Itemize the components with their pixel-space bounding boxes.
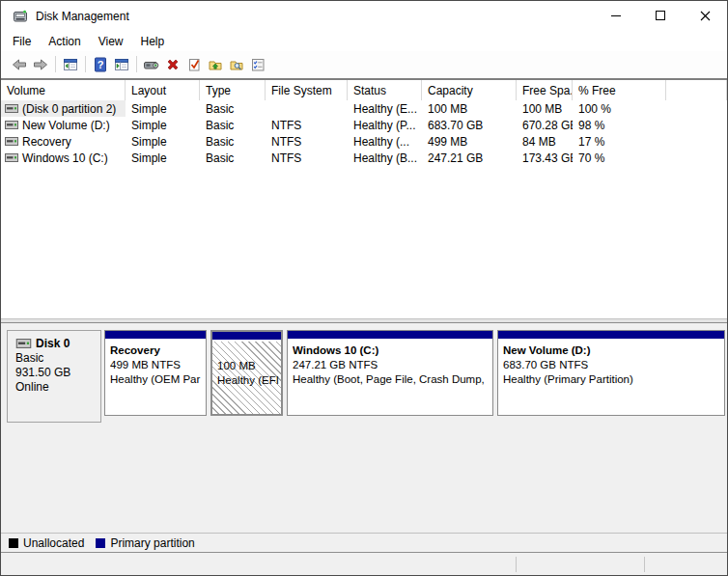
volume-row-new-volume-d[interactable]: New Volume (D:) Simple Basic NTFS Health… [1, 117, 727, 133]
partition-windows-10-c[interactable]: Windows 10 (C:) 247.21 GB NTFS Healthy (… [287, 330, 493, 416]
cell-layout: Simple [126, 151, 200, 165]
app-disk-icon [12, 9, 29, 24]
column-header-capacity[interactable]: Capacity [422, 80, 517, 100]
svg-text:?: ? [98, 59, 104, 70]
cell-free-space: 670.28 GB [517, 119, 573, 132]
menu-help[interactable]: Help [132, 33, 174, 50]
cell-free-space: 173.43 GB [517, 151, 573, 165]
help-button[interactable]: ? [90, 54, 111, 75]
forward-button[interactable] [30, 54, 51, 75]
legend-item-primary-partition: Primary partition [96, 536, 194, 550]
explore-button[interactable] [226, 54, 247, 75]
mark-partition-active-icon [186, 57, 202, 72]
partition-status: Healthy (Boot, Page File, Crash Dump, [293, 372, 492, 387]
column-header-empty [666, 80, 727, 100]
titlebar: Disk Management [1, 1, 727, 31]
toolbar-separator [136, 56, 137, 72]
cell-layout: Simple [126, 102, 200, 116]
disk-type: Basic [15, 351, 100, 366]
volume-name: New Volume (D:) [22, 119, 110, 132]
disk0-header-panel[interactable]: Disk 0 Basic 931.50 GB Online [7, 330, 101, 423]
properties-button[interactable] [247, 54, 268, 75]
partition-size: 100 MB [217, 359, 281, 373]
volume-icon [5, 137, 18, 146]
cell-pct-free: 98 % [573, 119, 666, 132]
cell-free-space: 100 MB [517, 102, 573, 116]
volume-icon [5, 121, 18, 129]
cell-file-system: NTFS [266, 135, 348, 149]
menubar: File Action View Help [1, 31, 727, 51]
delete-volume-button[interactable] [162, 54, 183, 75]
column-header-file-system[interactable]: File System [266, 80, 348, 100]
show-console-tree-icon [63, 57, 78, 72]
close-icon [700, 11, 711, 21]
cell-type: Basic [200, 102, 266, 116]
cell-layout: Simple [126, 119, 200, 132]
cell-status: Healthy (P... [348, 119, 422, 132]
partition-size: 247.21 GB NTFS [293, 358, 492, 372]
legend-label: Primary partition [110, 536, 194, 550]
volume-list: Volume Layout Type File System Status Ca… [1, 78, 727, 318]
cell-file-system: NTFS [266, 151, 348, 165]
properties-icon [250, 57, 266, 72]
partition-size: 499 MB NTFS [110, 358, 206, 372]
open-icon [208, 57, 223, 72]
cell-free-space: 84 MB [517, 135, 573, 149]
show-action-pane-icon [114, 57, 129, 72]
statusbar-divider [516, 557, 517, 572]
delete-volume-icon [165, 57, 181, 72]
legend-item-unallocated: Unallocated [9, 536, 84, 550]
column-header-type[interactable]: Type [200, 80, 266, 100]
menu-file[interactable]: File [4, 33, 40, 50]
show-action-pane-button[interactable] [111, 54, 132, 75]
cell-pct-free: 100 % [573, 102, 666, 116]
column-header-volume[interactable]: Volume [1, 80, 126, 100]
partition-name: Recovery [110, 343, 206, 358]
volume-row-disk0-partition2[interactable]: (Disk 0 partition 2) Simple Basic Health… [1, 100, 727, 117]
volume-row-recovery[interactable]: Recovery Simple Basic NTFS Healthy (... … [1, 133, 727, 150]
help-icon: ? [93, 57, 108, 72]
column-header-layout[interactable]: Layout [126, 80, 200, 100]
rescan-disks-button[interactable] [141, 54, 162, 75]
menu-action[interactable]: Action [40, 33, 89, 50]
partition-status: Healthy (Primary Partition) [503, 372, 724, 387]
back-button[interactable] [9, 54, 30, 75]
volume-row-windows-10-c[interactable]: Windows 10 (C:) Simple Basic NTFS Health… [1, 150, 727, 166]
cell-capacity: 247.21 GB [422, 151, 517, 165]
maximize-button[interactable] [638, 1, 683, 30]
show-console-tree-button[interactable] [60, 54, 81, 75]
open-button[interactable] [205, 54, 226, 75]
maximize-icon [656, 11, 665, 20]
partition-efi-selected[interactable]: 100 MB Healthy (EFI [210, 330, 283, 416]
cell-layout: Simple [126, 135, 200, 149]
volume-icon [5, 104, 18, 113]
toolbar-separator [85, 56, 86, 72]
partition-recovery[interactable]: Recovery 499 MB NTFS Healthy (OEM Par [104, 330, 207, 416]
primary-partition-band [498, 331, 724, 341]
menu-view[interactable]: View [90, 33, 132, 50]
cell-type: Basic [200, 135, 266, 149]
cell-volume: Windows 10 (C:) [1, 150, 126, 166]
disk-graphic-pane: Disk 0 Basic 931.50 GB Online Recovery 4… [1, 323, 727, 552]
partition-name [217, 344, 281, 359]
disk-name: Disk 0 [36, 337, 70, 350]
cell-volume: New Volume (D:) [1, 117, 126, 133]
cell-capacity: 499 MB [422, 135, 517, 149]
legend-label: Unallocated [23, 536, 84, 550]
cell-file-system: NTFS [266, 119, 348, 132]
forward-icon [33, 57, 48, 72]
close-button[interactable] [683, 1, 727, 30]
column-header-status[interactable]: Status [348, 80, 422, 100]
volume-name: Recovery [22, 135, 71, 149]
disk-icon [15, 339, 32, 348]
partition-new-volume-d[interactable]: New Volume (D:) 683.70 GB NTFS Healthy (… [497, 330, 725, 416]
minimize-button[interactable] [594, 1, 638, 30]
primary-partition-band [288, 331, 492, 341]
cell-volume: Recovery [1, 133, 126, 150]
volume-icon [5, 153, 18, 162]
toolbar-separator [55, 56, 56, 72]
column-header-pct-free[interactable]: % Free [573, 80, 666, 100]
mark-partition-active-button[interactable] [183, 54, 205, 75]
legend-bar: Unallocated Primary partition [1, 533, 727, 552]
column-header-free-space[interactable]: Free Spa... [517, 80, 573, 100]
